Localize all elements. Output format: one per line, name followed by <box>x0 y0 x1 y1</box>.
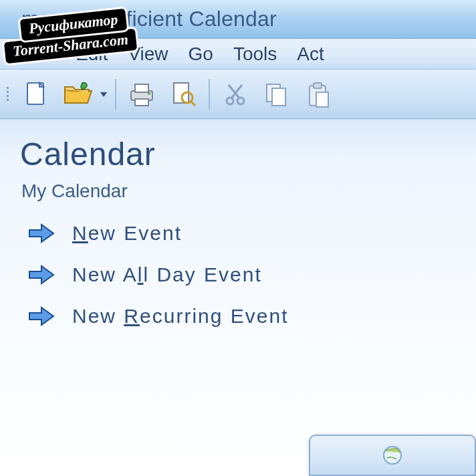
new-doc-button[interactable] <box>16 75 56 114</box>
svg-point-10 <box>227 98 233 104</box>
open-folder-button[interactable] <box>57 75 98 114</box>
svg-rect-15 <box>314 83 322 88</box>
action-new-event[interactable]: New Event <box>28 222 456 245</box>
app-window: mo.ecf - Efficient Calendar File Edit Vi… <box>0 0 476 476</box>
open-folder-dropdown[interactable] <box>98 75 110 114</box>
caret-down-icon <box>99 90 108 99</box>
action-new-recurring-event[interactable]: New Recurring Event <box>28 305 456 328</box>
action-list: New Event New All Day Event New Recurrin… <box>28 222 456 328</box>
menubar-grip[interactable] <box>4 45 11 64</box>
menu-go[interactable]: Go <box>179 42 223 66</box>
copy-icon <box>263 80 291 108</box>
new-doc-icon <box>22 80 50 108</box>
paste-icon <box>304 80 332 108</box>
arrow-right-icon <box>28 263 55 286</box>
menu-view[interactable]: View <box>118 42 177 66</box>
panel-title: Calendar <box>20 136 456 172</box>
svg-line-7 <box>191 101 195 106</box>
menubar: File Edit View Go Tools Act <box>0 39 476 70</box>
print-preview-icon <box>168 80 198 108</box>
menu-tools[interactable]: Tools <box>224 42 286 66</box>
arrow-right-icon <box>28 222 55 245</box>
print-preview-button[interactable] <box>163 75 203 114</box>
toolbar-sep-2 <box>209 79 210 110</box>
popup-preview <box>309 435 476 476</box>
menu-edit[interactable]: Edit <box>66 42 117 66</box>
print-button[interactable] <box>122 75 162 114</box>
action-new-allday-event[interactable]: New All Day Event <box>28 263 456 286</box>
window-title: mo.ecf - Efficient Calendar <box>21 7 277 31</box>
panel-subtitle: My Calendar <box>21 181 456 202</box>
titlebar: mo.ecf - Efficient Calendar <box>0 0 476 39</box>
cut-button[interactable] <box>215 75 255 114</box>
toolbar-grip[interactable] <box>4 85 11 104</box>
arrow-right-icon <box>28 305 55 328</box>
svg-rect-2 <box>135 84 148 92</box>
open-folder-icon <box>62 80 93 108</box>
action-label: New Event <box>72 222 182 245</box>
action-label: New All Day Event <box>72 263 262 286</box>
left-panel: Calendar My Calendar New Event New All D… <box>0 119 476 476</box>
action-label: New Recurring Event <box>72 305 288 328</box>
menu-actions[interactable]: Act <box>287 42 333 66</box>
copy-button[interactable] <box>257 75 297 114</box>
svg-rect-3 <box>135 99 148 106</box>
menu-file[interactable]: File <box>16 42 65 66</box>
globe-icon <box>379 443 406 467</box>
svg-rect-13 <box>272 88 285 106</box>
svg-point-11 <box>237 98 244 104</box>
svg-rect-16 <box>316 92 328 107</box>
toolbar-sep-1 <box>115 79 116 110</box>
toolbar <box>0 70 476 119</box>
cut-icon <box>222 81 249 108</box>
print-icon <box>127 80 156 108</box>
paste-button[interactable] <box>298 75 338 114</box>
svg-point-4 <box>148 92 150 95</box>
